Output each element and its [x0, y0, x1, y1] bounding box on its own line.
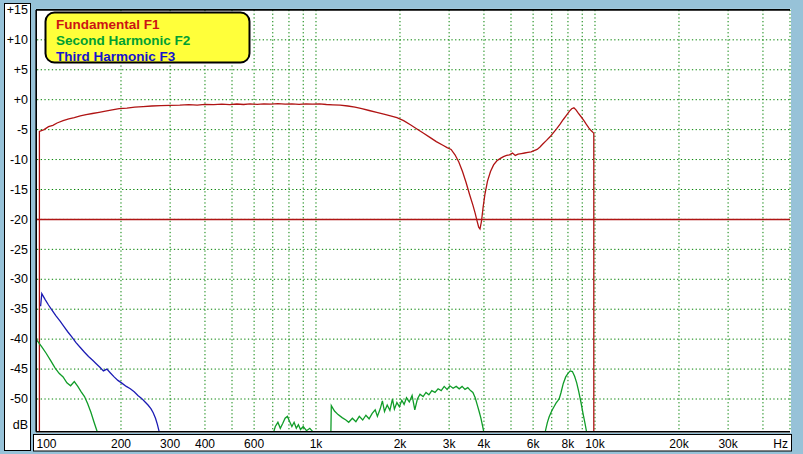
y-axis-label--5: -5: [17, 123, 28, 137]
y-axis-label--15: -15: [10, 183, 28, 197]
x-axis-label-Hz: Hz: [773, 437, 788, 451]
y-axis-label-+0: +0: [14, 93, 28, 107]
x-axis-label-400: 400: [195, 437, 215, 451]
x-axis-label-100: 100: [37, 437, 57, 451]
x-axis-label-2k: 2k: [394, 437, 408, 451]
y-axis-label-+5: +5: [14, 63, 28, 77]
y-axis-label--50: -50: [10, 392, 28, 406]
x-axis-label-10k: 10k: [585, 437, 605, 451]
y-axis-label--25: -25: [10, 243, 28, 257]
y-axis-label--10: -10: [10, 153, 28, 167]
distortion-frequency-response-chart: +15+10+5+0-5-10-15-20-25-30-35-40-45-50d…: [0, 0, 803, 454]
x-axis-label-1k: 1k: [310, 437, 324, 451]
legend-item-third_harmonic: Third Harmonic F3: [56, 49, 176, 64]
y-axis-label-+15: +15: [7, 3, 28, 17]
x-axis-label-6k: 6k: [527, 437, 541, 451]
x-axis-label-600: 600: [244, 437, 264, 451]
x-axis-label-4k: 4k: [478, 437, 492, 451]
legend-item-fundamental: Fundamental F1: [56, 17, 160, 32]
y-axis-label--35: -35: [10, 302, 28, 316]
y-axis-label--20: -20: [10, 213, 28, 227]
y-axis-label--45: -45: [10, 362, 28, 376]
y-axis-label-+10: +10: [7, 33, 28, 47]
legend-item-second_harmonic: Second Harmonic F2: [56, 33, 190, 48]
x-axis-label-20k: 20k: [669, 437, 689, 451]
x-axis-label-300: 300: [160, 437, 180, 451]
x-axis-label-200: 200: [111, 437, 131, 451]
y-axis-label--40: -40: [10, 332, 28, 346]
y-axis-label-dB: dB: [13, 418, 28, 432]
x-axis-label-8k: 8k: [562, 437, 576, 451]
y-axis-label--30: -30: [10, 272, 28, 286]
measurement-plot-window: +15+10+5+0-5-10-15-20-25-30-35-40-45-50d…: [0, 0, 803, 454]
legend: Fundamental F1Second Harmonic F2Third Ha…: [46, 13, 250, 65]
x-axis-label-3k: 3k: [443, 437, 457, 451]
x-axis-label-30k: 30k: [718, 437, 738, 451]
